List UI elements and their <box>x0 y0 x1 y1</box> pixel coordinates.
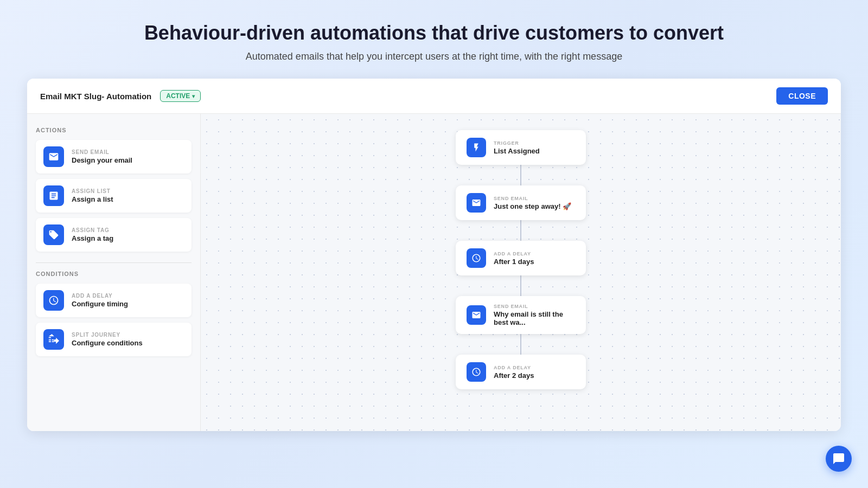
flow-node-delay-2[interactable]: ADD A DELAY After 2 days <box>456 355 586 389</box>
action-type-send-email: SEND EMAIL <box>72 149 132 155</box>
node-type-trigger: TRIGGER <box>494 140 540 146</box>
action-type-assign-tag: ASSIGN TAG <box>72 227 113 233</box>
status-badge[interactable]: ACTIVE ▾ <box>160 90 201 102</box>
node-name-trigger: List Assigned <box>494 147 540 155</box>
action-name-assign-tag: Assign a tag <box>72 234 113 242</box>
node-text-delay-1: ADD A DELAY After 1 days <box>494 251 534 266</box>
action-name-send-email: Design your email <box>72 156 132 164</box>
page-title: Behaviour-driven automations that drive … <box>0 22 868 44</box>
action-type-add-delay: ADD A DELAY <box>72 293 128 299</box>
action-text-send-email: SEND EMAIL Design your email <box>72 149 132 164</box>
action-type-assign-list: ASSIGN LIST <box>72 188 113 194</box>
sidebar-divider <box>36 262 192 263</box>
connector-2 <box>520 220 521 241</box>
email-icon <box>43 146 64 167</box>
action-item-add-delay[interactable]: ADD A DELAY Configure timing <box>36 284 192 317</box>
node-type-delay-1: ADD A DELAY <box>494 251 534 256</box>
conditions-section: CONDITIONS ADD A DELAY Configure timing <box>36 271 192 356</box>
flow-container: TRIGGER List Assigned SEND EMAIL Just on… <box>412 114 629 431</box>
flow-node-trigger[interactable]: TRIGGER List Assigned <box>456 130 586 165</box>
node-text-delay-2: ADD A DELAY After 2 days <box>494 365 534 380</box>
node-type-email-2: SEND EMAIL <box>494 304 575 309</box>
email-node-icon-2 <box>467 305 486 325</box>
connector-4 <box>520 334 521 355</box>
conditions-section-label: CONDITIONS <box>36 271 192 277</box>
node-text-email-1: SEND EMAIL Just one step away! 🚀 <box>494 196 571 210</box>
action-text-assign-tag: ASSIGN TAG Assign a tag <box>72 227 113 242</box>
page-header: Behaviour-driven automations that drive … <box>0 0 868 79</box>
connector-1 <box>520 165 521 185</box>
actions-section: ACTIONS SEND EMAIL Design your email <box>36 127 192 252</box>
automation-title: Email MKT Slug- Automation <box>40 92 151 101</box>
email-node-icon-1 <box>467 193 486 213</box>
assign-tag-icon <box>43 224 64 245</box>
flow-node-delay-1[interactable]: ADD A DELAY After 1 days <box>456 241 586 275</box>
node-type-delay-2: ADD A DELAY <box>494 365 534 370</box>
node-name-email-2: Why email is still the best wa... <box>494 310 575 326</box>
node-name-delay-2: After 2 days <box>494 371 534 380</box>
action-type-split-journey: SPLIT JOURNEY <box>72 332 143 338</box>
sidebar: ACTIONS SEND EMAIL Design your email <box>27 114 201 431</box>
canvas: TRIGGER List Assigned SEND EMAIL Just on… <box>201 114 841 431</box>
trigger-node-icon <box>467 138 486 157</box>
actions-section-label: ACTIONS <box>36 127 192 133</box>
action-name-add-delay: Configure timing <box>72 300 128 308</box>
node-name-email-1: Just one step away! 🚀 <box>494 202 571 210</box>
action-item-send-email[interactable]: SEND EMAIL Design your email <box>36 140 192 174</box>
node-name-delay-1: After 1 days <box>494 258 534 266</box>
action-item-assign-tag[interactable]: ASSIGN TAG Assign a tag <box>36 218 192 252</box>
connector-3 <box>520 275 521 296</box>
toolbar: Email MKT Slug- Automation ACTIVE ▾ CLOS… <box>27 79 841 114</box>
close-button[interactable]: CLOSE <box>776 87 828 105</box>
delay-icon <box>43 290 64 311</box>
delay-node-icon-1 <box>467 248 486 268</box>
action-name-split-journey: Configure conditions <box>72 339 143 347</box>
action-item-split-journey[interactable]: SPLIT JOURNEY Configure conditions <box>36 323 192 356</box>
delay-node-icon-2 <box>467 362 486 382</box>
node-text-email-2: SEND EMAIL Why email is still the best w… <box>494 304 575 326</box>
chat-bubble-button[interactable] <box>826 446 852 472</box>
action-name-assign-list: Assign a list <box>72 195 113 203</box>
toolbar-left: Email MKT Slug- Automation ACTIVE ▾ <box>40 90 201 102</box>
page-subtitle: Automated emails that help you intercept… <box>0 51 868 62</box>
content-area: ACTIONS SEND EMAIL Design your email <box>27 114 841 431</box>
node-type-email-1: SEND EMAIL <box>494 196 571 201</box>
action-text-assign-list: ASSIGN LIST Assign a list <box>72 188 113 203</box>
flow-node-email-2[interactable]: SEND EMAIL Why email is still the best w… <box>456 296 586 334</box>
flow-node-email-1[interactable]: SEND EMAIL Just one step away! 🚀 <box>456 185 586 220</box>
node-text-trigger: TRIGGER List Assigned <box>494 140 540 155</box>
main-container: Email MKT Slug- Automation ACTIVE ▾ CLOS… <box>27 79 841 431</box>
action-text-split-journey: SPLIT JOURNEY Configure conditions <box>72 332 143 347</box>
assign-list-icon <box>43 185 64 206</box>
action-item-assign-list[interactable]: ASSIGN LIST Assign a list <box>36 179 192 213</box>
chevron-down-icon: ▾ <box>192 93 195 99</box>
split-icon <box>43 329 64 350</box>
action-text-add-delay: ADD A DELAY Configure timing <box>72 293 128 308</box>
